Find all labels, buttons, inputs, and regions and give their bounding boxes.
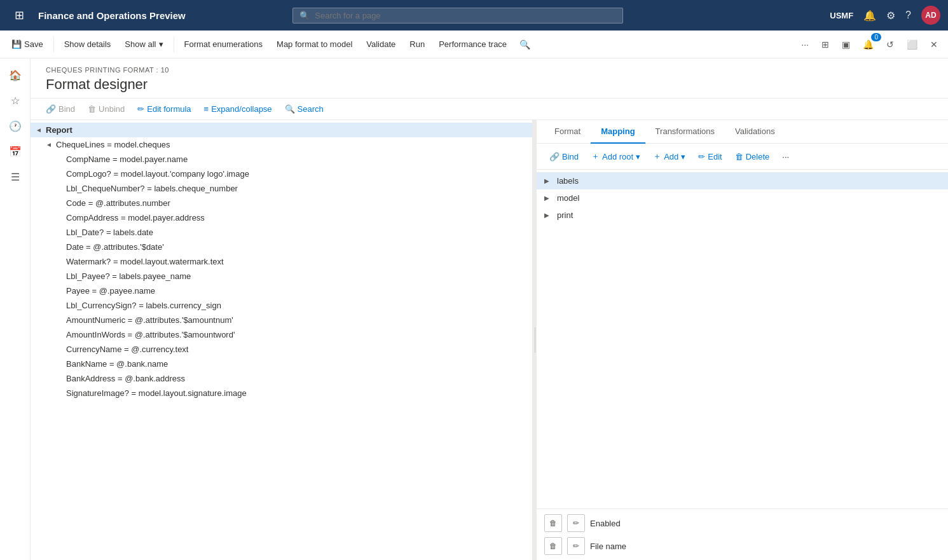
sidebar-modules-icon[interactable]: ☰ — [4, 165, 27, 188]
edit-button[interactable]: ✏ Edit — [693, 149, 727, 165]
filename-label: File name — [590, 542, 626, 551]
tree-item-label: Lbl_CurrencySign? = labels.currency_sign — [66, 301, 527, 310]
tab-mapping[interactable]: Mapping — [591, 120, 645, 144]
sidebar-favorites-icon[interactable]: ☆ — [4, 89, 27, 112]
data-item-labels[interactable]: ▶ labels — [537, 172, 948, 189]
filename-delete-button[interactable]: 🗑 — [544, 537, 562, 555]
panels-area: ◄Report◄ChequeLines = model.chequesCompN… — [31, 120, 948, 560]
user-avatar[interactable]: AD — [921, 6, 940, 25]
company-selector[interactable]: USMF — [830, 11, 853, 20]
tree-item[interactable]: ◄Report — [31, 123, 532, 137]
tree-item-label: Code = @.attributes.number — [66, 198, 527, 208]
tree-item[interactable]: CurrencyName = @.currency.text — [31, 342, 532, 357]
tree-item-label: CompName = model.payer.name — [66, 154, 527, 164]
tree-item[interactable]: CompAddress = model.payer.address — [31, 210, 532, 225]
divider-line — [535, 327, 535, 353]
data-source-tree: ▶ labels ▶ model ▶ print — [537, 170, 948, 509]
tree-item[interactable]: ◄ChequeLines = model.cheques — [31, 137, 532, 152]
bind-button[interactable]: 🔗 Bind — [41, 101, 80, 117]
tree-expand-icon: ◄ — [46, 141, 56, 148]
search-input[interactable] — [315, 11, 616, 20]
map-format-to-model-button[interactable]: Map format to model — [270, 36, 359, 53]
tree-item[interactable]: Lbl_CurrencySign? = labels.currency_sign — [31, 298, 532, 313]
tree-item-label: CurrencyName = @.currency.text — [66, 345, 527, 354]
search-tree-button[interactable]: 🔍 Search — [280, 101, 329, 117]
tree-item[interactable]: Code = @.attributes.number — [31, 196, 532, 210]
global-search-box[interactable]: 🔍 — [292, 8, 623, 24]
tree-item[interactable]: AmountNumeric = @.attributes.'$amountnum… — [31, 313, 532, 327]
notification-icon-wrapper: 🔔 0 — [858, 36, 879, 53]
open-in-new-button[interactable]: ⬜ — [902, 36, 923, 53]
panel-toggle-button[interactable]: ▣ — [837, 36, 855, 53]
tree-item-label: Lbl_ChequeNumber? = labels.cheque_number — [66, 184, 527, 193]
tree-expand-icon: ◄ — [36, 126, 46, 133]
model-expand-icon: ▶ — [544, 195, 557, 201]
tab-bar: Format Mapping Transformations Validatio… — [537, 120, 948, 144]
add-root-icon: ＋ — [591, 151, 600, 162]
tree-item[interactable]: Lbl_Payee? = labels.payee_name — [31, 269, 532, 283]
hamburger-menu-button[interactable]: ⊞ — [8, 4, 31, 27]
show-all-button[interactable]: Show all ▾ — [118, 36, 169, 53]
show-details-button[interactable]: Show details — [58, 36, 118, 53]
edit-formula-button[interactable]: ✏ Edit formula — [132, 101, 196, 117]
grid-view-button[interactable]: ⊞ — [816, 36, 834, 53]
status-row-filename: 🗑 ✏ File name — [544, 537, 940, 555]
tab-validations[interactable]: Validations — [725, 120, 785, 144]
tree-item[interactable]: Payee = @.payee.name — [31, 283, 532, 298]
unbind-button[interactable]: 🗑 Unbind — [83, 101, 130, 117]
tree-item[interactable]: Watermark? = model.layout.watermark.text — [31, 254, 532, 269]
top-bar-right-actions: USMF 🔔 ⚙ ? AD — [830, 6, 940, 25]
delete-button[interactable]: 🗑 Delete — [730, 149, 775, 165]
command-bar: 💾 Save Show details Show all ▾ Format en… — [0, 31, 948, 58]
bind-icon: 🔗 — [46, 104, 56, 114]
tree-item[interactable]: CompLogo? = model.layout.'company logo'.… — [31, 167, 532, 181]
sidebar-workspaces-icon[interactable]: 📅 — [4, 140, 27, 163]
top-navigation-bar: ⊞ Finance and Operations Preview 🔍 USMF … — [0, 0, 948, 31]
format-tree-panel: ◄Report◄ChequeLines = model.chequesCompN… — [31, 120, 533, 560]
performance-trace-button[interactable]: Performance trace — [432, 36, 513, 53]
tab-format[interactable]: Format — [544, 120, 591, 144]
tree-item[interactable]: AmountInWords = @.attributes.'$amountwor… — [31, 327, 532, 342]
enabled-edit-button[interactable]: ✏ — [567, 514, 585, 532]
sidebar-recent-icon[interactable]: 🕐 — [4, 114, 27, 137]
unbind-icon: 🗑 — [88, 104, 96, 114]
tree-item[interactable]: Date = @.attributes.'$date' — [31, 240, 532, 254]
tree-item[interactable]: CompName = model.payer.name — [31, 152, 532, 167]
expand-collapse-button[interactable]: ≡ Expand/collapse — [199, 101, 277, 117]
validate-button[interactable]: Validate — [360, 36, 402, 53]
add-root-button[interactable]: ＋ Add root ▾ — [586, 147, 645, 165]
page-title: Format designer — [46, 76, 933, 93]
tree-item[interactable]: Lbl_ChequeNumber? = labels.cheque_number — [31, 181, 532, 196]
help-question-icon[interactable]: ? — [905, 10, 911, 21]
mapping-bind-button[interactable]: 🔗 Bind — [544, 149, 584, 165]
search-command-icon[interactable]: 🔍 — [514, 36, 535, 53]
refresh-button[interactable]: ↺ — [881, 36, 899, 53]
tree-item[interactable]: BankAddress = @.bank.address — [31, 371, 532, 386]
tree-item[interactable]: Lbl_Date? = labels.date — [31, 225, 532, 240]
more-mapping-options-button[interactable]: ··· — [777, 149, 794, 165]
enabled-delete-button[interactable]: 🗑 — [544, 514, 562, 532]
enabled-label: Enabled — [590, 519, 621, 528]
mapping-status-area: 🗑 ✏ Enabled 🗑 ✏ File name — [537, 509, 948, 560]
search-icon: 🔍 — [299, 11, 310, 20]
app-title: Finance and Operations Preview — [38, 10, 186, 21]
data-item-print[interactable]: ▶ print — [537, 207, 948, 224]
settings-gear-icon[interactable]: ⚙ — [886, 10, 895, 22]
tree-item[interactable]: BankName = @.bank.name — [31, 357, 532, 371]
tree-item-label: Lbl_Payee? = labels.payee_name — [66, 271, 527, 281]
format-enumerations-button[interactable]: Format enumerations — [178, 36, 270, 53]
run-button[interactable]: Run — [403, 36, 431, 53]
filename-edit-button[interactable]: ✏ — [567, 537, 585, 555]
tab-transformations[interactable]: Transformations — [645, 120, 725, 144]
delete-icon: 🗑 — [735, 152, 743, 161]
add-button[interactable]: ＋ Add ▾ — [648, 147, 690, 165]
save-button[interactable]: 💾 Save — [5, 36, 50, 53]
close-button[interactable]: ✕ — [925, 36, 943, 53]
more-options-button[interactable]: ··· — [796, 36, 814, 53]
sidebar-home-icon[interactable]: 🏠 — [4, 64, 27, 86]
tree-item[interactable]: SignatureImage? = model.layout.signature… — [31, 386, 532, 400]
data-item-model[interactable]: ▶ model — [537, 189, 948, 207]
notification-bell-icon[interactable]: 🔔 — [863, 10, 876, 22]
status-row-enabled: 🗑 ✏ Enabled — [544, 514, 940, 532]
tree-item-label: Lbl_Date? = labels.date — [66, 228, 527, 237]
